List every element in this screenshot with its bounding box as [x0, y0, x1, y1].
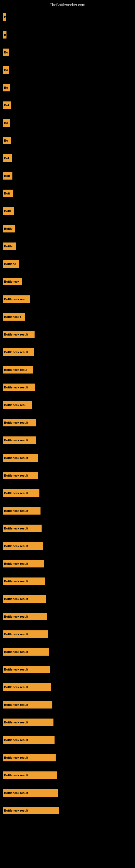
bar-label: Bottl: [3, 207, 14, 215]
bar-label: Bo: [3, 119, 10, 127]
bar-row: Bot: [3, 149, 132, 167]
bar-row: Bottleneck result: [3, 467, 132, 484]
bar-label: Bottleneck result: [3, 701, 52, 709]
bar-row: Bottlene: [3, 255, 132, 273]
bar-row: Bottleneck result: [3, 449, 132, 467]
bar-row: Bottleneck resu: [3, 396, 132, 414]
bar-label: Bottleneck result: [3, 507, 41, 515]
bar-label: Bottleneck result: [3, 807, 59, 814]
bar-label: Bottleneck result: [3, 595, 46, 603]
bar-label: Bott: [3, 190, 13, 197]
bar-row: Bottleneck result: [3, 625, 132, 643]
bar-label: Bottleneck result: [3, 771, 57, 779]
bar-row: Bottleneck result: [3, 378, 132, 396]
bar-label: Bottleneck result: [3, 436, 36, 444]
bar-label: Bottleneck result: [3, 419, 36, 426]
bar-row: Bo: [3, 131, 132, 149]
bar-label: Bottleneck result: [3, 454, 38, 462]
bar-row: Bottleneck result: [3, 660, 132, 678]
bar-label: Bottleneck resul: [3, 366, 33, 373]
bars-container: BBBoBoBoBotBoBoBotBottBottBottlBottleBot…: [0, 8, 135, 819]
bar-label: Bot: [3, 154, 12, 162]
bar-label: Bottleneck resu: [3, 296, 30, 303]
bar-label: Bottleneck resu: [3, 401, 32, 409]
bar-row: Bottleneck result: [3, 678, 132, 696]
bar-row: Bottleneck result: [3, 731, 132, 749]
bar-row: Bottleneck result: [3, 572, 132, 590]
bar-row: Bottleneck result: [3, 643, 132, 660]
bar-label: Bottleneck result: [3, 560, 44, 567]
bar-row: Bottleneck result: [3, 326, 132, 343]
bar-row: Bottleneck result: [3, 431, 132, 449]
bar-row: Bottleneck result: [3, 749, 132, 766]
bar-row: B: [3, 8, 132, 26]
bar-label: Bo: [3, 137, 11, 144]
bar-label: Bottleneck result: [3, 578, 45, 585]
bar-label: Bottleneck result: [3, 331, 35, 338]
bar-label: Bo: [3, 49, 9, 56]
bar-label: Bottleneck: [3, 278, 22, 285]
bar-label: Bot: [3, 101, 11, 109]
bar-row: Bo: [3, 61, 132, 79]
bar-row: Bottleneck result: [3, 590, 132, 608]
bar-row: Bottleneck r: [3, 308, 132, 326]
bar-row: Bot: [3, 96, 132, 114]
bar-row: Bottleneck result: [3, 766, 132, 784]
bar-label: Bottleneck result: [3, 665, 50, 673]
bar-row: Bott: [3, 167, 132, 184]
bar-row: Bottleneck result: [3, 713, 132, 731]
bar-label: Bottleneck result: [3, 718, 53, 726]
bar-label: Bottleneck result: [3, 789, 58, 797]
bar-row: Bottleneck result: [3, 520, 132, 537]
bar-label: Bottle: [3, 225, 15, 232]
bar-row: Bott: [3, 184, 132, 202]
bar-row: Bottleneck result: [3, 343, 132, 361]
bar-label: Bottleneck r: [3, 313, 25, 321]
bar-row: Bo: [3, 43, 132, 61]
bar-row: Bottleneck result: [3, 502, 132, 520]
bar-row: Bottleneck result: [3, 555, 132, 572]
bar-label: Bo: [3, 66, 9, 74]
bar-label: Bottleneck result: [3, 613, 47, 620]
bar-label: Bottleneck result: [3, 754, 56, 762]
bar-row: Bottleneck result: [3, 784, 132, 802]
bar-label: Bottleneck result: [3, 348, 34, 356]
bar-label: B: [3, 13, 6, 21]
bar-row: Bottle: [3, 237, 132, 255]
bar-label: Bo: [3, 84, 10, 91]
bar-row: Bottleneck result: [3, 537, 132, 555]
bar-row: Bottleneck resul: [3, 361, 132, 378]
bar-row: Bottleneck: [3, 273, 132, 290]
bar-row: Bottleneck result: [3, 484, 132, 502]
bar-row: Bottleneck result: [3, 802, 132, 819]
bar-label: Bottlene: [3, 260, 19, 268]
bar-row: Bottle: [3, 220, 132, 237]
bar-label: Bottleneck result: [3, 630, 48, 638]
bar-row: Bottleneck result: [3, 608, 132, 625]
bar-label: Bottleneck result: [3, 648, 49, 656]
bar-label: Bottleneck result: [3, 489, 39, 497]
bar-row: Bottleneck result: [3, 696, 132, 713]
bar-label: B: [3, 31, 6, 38]
bar-row: Bo: [3, 114, 132, 131]
bar-label: Bottleneck result: [3, 525, 42, 532]
bar-label: Bottleneck result: [3, 472, 38, 479]
bar-row: B: [3, 26, 132, 43]
bar-label: Bottleneck result: [3, 383, 35, 391]
bar-label: Bott: [3, 172, 12, 180]
bar-label: Bottleneck result: [3, 542, 43, 550]
bar-row: Bo: [3, 79, 132, 96]
bar-label: Bottleneck result: [3, 683, 51, 691]
bar-row: Bottleneck result: [3, 414, 132, 431]
bar-label: Bottleneck result: [3, 736, 54, 744]
bar-row: Bottleneck resu: [3, 290, 132, 308]
bar-row: Bottl: [3, 202, 132, 220]
bar-label: Bottle: [3, 243, 16, 250]
